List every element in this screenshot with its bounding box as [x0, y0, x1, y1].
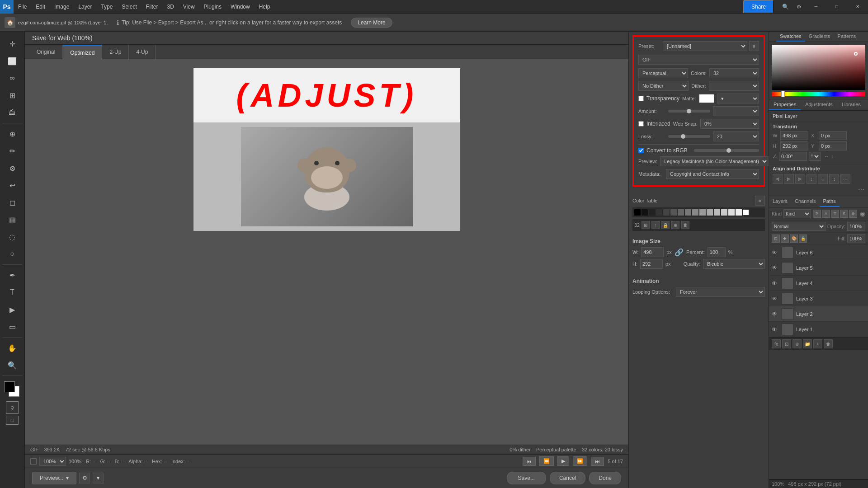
- blend-mode-select[interactable]: Normal: [772, 222, 826, 231]
- menu-type[interactable]: Type: [96, 0, 117, 14]
- layer-visibility-1[interactable]: 👁: [772, 326, 779, 333]
- websnap-select[interactable]: 0%: [700, 119, 759, 129]
- transparency-checkbox[interactable]: [638, 96, 644, 101]
- pen-tool[interactable]: ✒: [4, 267, 20, 283]
- lasso-tool[interactable]: ∞: [4, 70, 20, 86]
- preview-settings-icon[interactable]: ⚙: [79, 473, 90, 483]
- tab-2up[interactable]: 2-Up: [102, 45, 129, 59]
- angle-input[interactable]: [779, 152, 807, 161]
- color-cell[interactable]: [663, 209, 670, 216]
- flip-v-icon[interactable]: ↕: [831, 154, 834, 159]
- align-bottom-button[interactable]: ⫶: [829, 174, 839, 184]
- preset-menu-button[interactable]: ≡: [749, 41, 759, 51]
- transform-w-input[interactable]: [780, 131, 808, 140]
- menu-edit[interactable]: Edit: [31, 0, 50, 14]
- preview-extras-icon[interactable]: ▾: [93, 473, 104, 483]
- menu-window[interactable]: Window: [226, 0, 255, 14]
- looping-select[interactable]: Forever: [676, 287, 765, 297]
- nav-next-button[interactable]: ⏩: [573, 456, 587, 466]
- zoom-select[interactable]: 100%50%200%: [39, 457, 66, 466]
- layer-visibility-5[interactable]: 👁: [772, 265, 779, 271]
- color-delete-button[interactable]: 🗑: [681, 221, 689, 229]
- nav-prev-button[interactable]: ⏪: [539, 456, 554, 466]
- lossy-slider-thumb[interactable]: [681, 134, 685, 139]
- menu-plugins[interactable]: Plugins: [199, 0, 226, 14]
- share-button[interactable]: Share: [743, 0, 774, 14]
- color-lock-button[interactable]: 🔒: [661, 221, 670, 229]
- srgb-slider-track[interactable]: [694, 149, 759, 152]
- transform-y-input[interactable]: [819, 141, 847, 150]
- color-spectrum[interactable]: [772, 45, 865, 90]
- menu-image[interactable]: Image: [50, 0, 74, 14]
- history-brush-tool[interactable]: ↩: [4, 177, 20, 193]
- colors-select[interactable]: 32: [709, 68, 759, 78]
- move-tool[interactable]: ✛: [4, 36, 20, 52]
- type-tool[interactable]: T: [4, 284, 20, 300]
- nav-home-icon[interactable]: 🏠: [5, 17, 15, 28]
- adjustment-button[interactable]: ⊕: [793, 339, 802, 348]
- flip-h-icon[interactable]: ↔: [824, 154, 829, 159]
- healing-tool[interactable]: ⊕: [4, 126, 20, 142]
- layer-visibility-2[interactable]: 👁: [772, 311, 779, 317]
- hue-slider[interactable]: [772, 92, 865, 96]
- interlaced-checkbox[interactable]: [638, 121, 644, 127]
- align-center-v-button[interactable]: ⫶: [818, 174, 828, 184]
- amount-value-select[interactable]: [713, 106, 760, 116]
- layer-visibility-4[interactable]: 👁: [772, 280, 779, 286]
- gradients-tab[interactable]: Gradients: [805, 32, 834, 42]
- menu-3d[interactable]: 3D: [162, 0, 178, 14]
- hand-tool[interactable]: ✋: [4, 340, 20, 356]
- color-cell[interactable]: [656, 209, 662, 216]
- filter-smart-icon[interactable]: ⊗: [849, 210, 857, 218]
- layer-row-4[interactable]: 👁 Layer 4: [769, 276, 868, 291]
- crop-tool[interactable]: ⊞: [4, 87, 20, 103]
- layer-row-3[interactable]: 👁 Layer 3: [769, 291, 868, 306]
- layer-row-2[interactable]: 👁 Layer 2: [769, 306, 868, 322]
- nav-first-button[interactable]: ⏮: [523, 457, 536, 466]
- quick-mask-btn[interactable]: Q: [6, 401, 19, 414]
- marquee-tool[interactable]: ⬜: [4, 53, 20, 69]
- align-extra-button[interactable]: ⋯: [840, 174, 850, 184]
- learn-more-button[interactable]: Learn More: [351, 18, 392, 28]
- layer-visibility-3[interactable]: 👁: [772, 296, 779, 302]
- foreground-color-swatch[interactable]: [4, 381, 15, 392]
- color-cell[interactable]: [736, 209, 742, 216]
- color-cell[interactable]: [743, 209, 749, 216]
- color-cell[interactable]: [649, 209, 655, 216]
- menu-file[interactable]: File: [14, 0, 31, 14]
- tab-4up[interactable]: 4-Up: [129, 45, 156, 59]
- zoom-tool[interactable]: 🔍: [4, 357, 20, 373]
- libraries-tab[interactable]: Libraries: [837, 99, 865, 110]
- adjustments-tab[interactable]: Adjustments: [801, 99, 837, 110]
- path-selection-tool[interactable]: ▶: [4, 301, 20, 318]
- color-swatches[interactable]: [4, 381, 20, 398]
- clone-tool[interactable]: ⊗: [4, 160, 20, 176]
- opacity-input[interactable]: [847, 222, 865, 231]
- filter-type-icon[interactable]: T: [831, 210, 839, 218]
- srgb-slider-thumb[interactable]: [726, 148, 731, 153]
- align-left-button[interactable]: ⫷: [773, 174, 783, 184]
- color-new-button[interactable]: ⊕: [671, 221, 679, 229]
- search-icon[interactable]: 🔍: [778, 0, 792, 14]
- amount-slider-thumb[interactable]: [687, 109, 691, 113]
- color-tab-label[interactable]: [769, 32, 776, 42]
- filter-adjust-icon[interactable]: A: [822, 210, 830, 218]
- color-map-button[interactable]: ⊞: [642, 221, 650, 229]
- percent-input[interactable]: [708, 247, 726, 257]
- align-center-h-button[interactable]: ⫸: [784, 174, 794, 184]
- nav-last-button[interactable]: ⏭: [591, 457, 604, 466]
- lock-all-button[interactable]: 🔒: [799, 235, 807, 243]
- shape-tool[interactable]: ▭: [4, 319, 20, 335]
- angle-unit-select[interactable]: °: [809, 152, 821, 161]
- palette-select[interactable]: Perceptual: [638, 68, 688, 78]
- preview-settings-select[interactable]: Legacy Macintosh (No Color Management): [660, 156, 769, 166]
- lock-art-button[interactable]: 🎨: [790, 235, 798, 243]
- screen-mode-btn[interactable]: ▢: [6, 416, 19, 425]
- done-button[interactable]: Done: [589, 472, 621, 484]
- save-button[interactable]: Save...: [507, 472, 546, 484]
- dodge-tool[interactable]: ○: [4, 246, 20, 262]
- matte-select[interactable]: ▾: [717, 94, 760, 103]
- filter-shape-icon[interactable]: S: [840, 210, 848, 218]
- close-button[interactable]: ✕: [847, 0, 868, 14]
- menu-layer[interactable]: Layer: [74, 0, 96, 14]
